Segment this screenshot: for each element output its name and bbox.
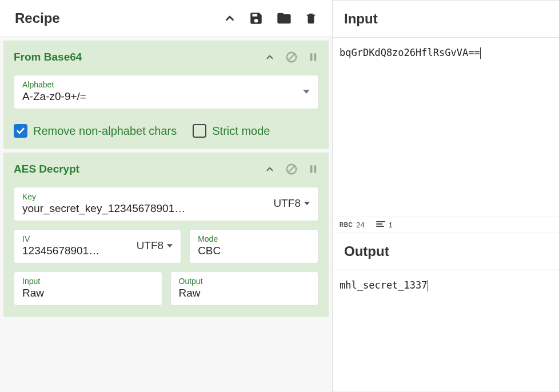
iv-encoding-select[interactable]: UTF8 [137, 239, 173, 252]
output-title: Output [344, 243, 548, 259]
operation-actions [265, 51, 318, 63]
input-title: Input [344, 11, 548, 27]
caret-down-icon [304, 202, 310, 206]
field-value: your_secret_key_12345678901… [22, 202, 268, 215]
svg-rect-8 [314, 165, 317, 173]
recipe-body: From Base64 Alphabet A-Za-z0-9+/= [0, 37, 332, 392]
io-pane: Input bqGrDKdQ8zo26HflRsGvVA== RBC 24 1 … [333, 0, 559, 392]
encoding-value: UTF8 [137, 239, 164, 252]
svg-marker-4 [303, 90, 310, 94]
disable-icon[interactable] [285, 51, 298, 63]
caret-down-icon [303, 86, 310, 97]
char-count-value: 24 [356, 221, 364, 229]
text-cursor [480, 47, 481, 59]
recipe-header-actions [223, 10, 317, 26]
field-label: Input [22, 277, 154, 286]
operation-header: From Base64 [14, 51, 318, 63]
text-cursor [428, 280, 428, 291]
checkbox-row: Remove non-alphabet chars Strict mode [14, 124, 318, 138]
disable-icon[interactable] [285, 163, 298, 175]
trash-icon[interactable] [305, 11, 317, 26]
checkbox-label: Remove non-alphabet chars [33, 125, 177, 138]
field-label: IV [22, 234, 131, 243]
recipe-title: Recipe [15, 10, 60, 26]
strict-mode-checkbox[interactable]: Strict mode [193, 124, 270, 138]
mode-field[interactable]: Mode CBC [189, 229, 318, 263]
svg-marker-9 [304, 202, 310, 205]
operation-header: AES Decrypt [14, 163, 318, 175]
pause-icon[interactable] [308, 163, 318, 175]
key-encoding-select[interactable]: UTF8 [274, 197, 310, 210]
operation-actions [265, 163, 318, 175]
svg-rect-3 [314, 53, 317, 61]
output-header: Output [333, 233, 559, 270]
field-label: Mode [198, 234, 310, 243]
recipe-pane: Recipe From Base64 [0, 0, 333, 392]
operation-title: AES Decrypt [14, 163, 79, 175]
output-format-field[interactable]: Output Raw [170, 271, 319, 306]
svg-rect-7 [310, 165, 313, 173]
chevron-up-icon[interactable] [265, 52, 275, 62]
folder-icon[interactable] [276, 10, 292, 26]
field-value: Raw [22, 287, 154, 299]
iv-field[interactable]: IV 12345678901… UTF8 [14, 229, 181, 263]
remove-nonalpha-checkbox[interactable]: Remove non-alphabet chars [14, 124, 177, 138]
checkbox-box [193, 124, 206, 138]
checkbox-label: Strict mode [212, 125, 270, 138]
operation-aes-decrypt: AES Decrypt Key your_secret_key_1 [3, 153, 329, 317]
checkbox-box [14, 124, 27, 138]
input-format-field[interactable]: Input Raw [14, 271, 162, 306]
field-label: Key [22, 192, 268, 201]
operation-title: From Base64 [14, 51, 82, 63]
status-bar: RBC 24 1 [333, 217, 559, 233]
line-count-value: 1 [389, 221, 393, 229]
line-count: 1 [376, 221, 393, 229]
field-value: CBC [198, 245, 310, 257]
input-text[interactable]: bqGrDKdQ8zo26HflRsGvVA== [333, 38, 559, 217]
input-section: Input bqGrDKdQ8zo26HflRsGvVA== [333, 0, 559, 217]
field-value: 12345678901… [22, 245, 131, 257]
output-section: Output mhl_secret_1337 [333, 233, 559, 392]
operation-from-base64: From Base64 Alphabet A-Za-z0-9+/= [3, 41, 329, 149]
pause-icon[interactable] [308, 51, 318, 63]
recipe-header: Recipe [0, 0, 332, 37]
chevron-up-icon[interactable] [223, 12, 236, 25]
caret-down-icon [167, 244, 173, 248]
lines-icon [376, 221, 385, 229]
input-header: Input [333, 1, 559, 38]
svg-rect-2 [310, 53, 313, 61]
encoding-value: UTF8 [274, 197, 301, 210]
key-field[interactable]: Key your_secret_key_12345678901… UTF8 [14, 187, 318, 221]
field-value: Raw [179, 287, 310, 299]
char-count: RBC 24 [340, 221, 365, 229]
chevron-up-icon[interactable] [265, 164, 275, 174]
field-value: A-Za-z0-9+/= [22, 90, 303, 103]
save-icon[interactable] [249, 11, 263, 26]
field-label: Output [179, 277, 310, 286]
field-label: Alphabet [22, 80, 303, 89]
svg-line-1 [288, 54, 295, 61]
svg-marker-10 [167, 244, 173, 247]
alphabet-field[interactable]: Alphabet A-Za-z0-9+/= [14, 75, 318, 109]
svg-line-6 [288, 166, 295, 173]
abc-icon: RBC [340, 222, 353, 228]
output-text[interactable]: mhl_secret_1337 [333, 270, 559, 392]
